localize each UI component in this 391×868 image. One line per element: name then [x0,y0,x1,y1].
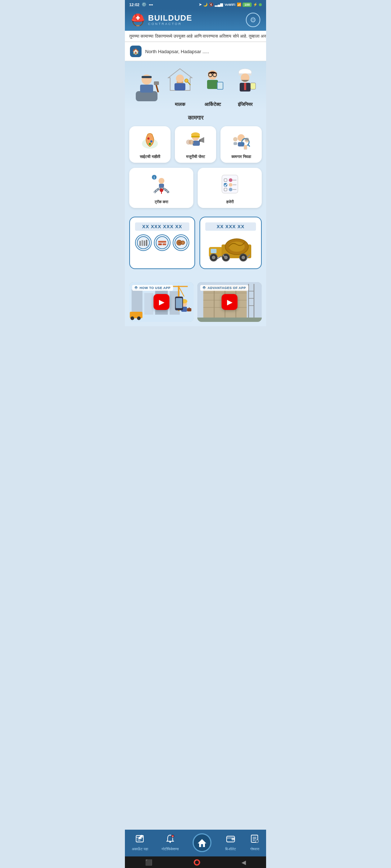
svg-point-75 [181,241,185,244]
characters-row: मालक आर्किटेक्ट [129,67,262,107]
helmet-decoration: ⛑️ [131,13,145,27]
track-icon: i [151,173,172,197]
svg-point-62 [137,237,150,249]
svg-rect-104 [187,308,192,311]
svg-point-8 [176,75,184,82]
svg-text:i: i [154,176,155,179]
status-time: 12:02 [129,3,139,7]
status-bar: 12:02 ⚙️ ••• ➤ 🌙 🔇 ▂▄▆ VoWiFi 📶 100 ⚡ [125,0,266,9]
svg-rect-23 [251,83,256,89]
svg-rect-121 [197,318,262,322]
svg-point-42 [233,137,237,141]
svg-rect-69 [158,243,162,245]
vowifi-icon: VoWiFi [224,3,235,7]
architect-avatar [198,67,227,99]
attendance-card[interactable]: हजेरी [198,168,262,208]
track-label: ट्रॅक करा [155,200,168,204]
svg-rect-22 [244,83,246,90]
svg-point-57 [229,183,232,187]
worker-grid-top: साईटची माहीती म [129,126,262,163]
wage-post-icon [186,131,205,152]
svg-rect-5 [154,81,159,85]
svg-rect-16 [207,80,218,89]
status-right: ➤ 🌙 🔇 ▂▄▆ VoWiFi 📶 100 ⚡ [199,3,262,7]
svg-point-60 [229,188,232,191]
site-info-card[interactable]: साईटची माहीती [129,126,171,163]
worker-section: कामगार साईटची माहीती [125,110,266,212]
wage-post-label: मजुरीची पोस्ट [186,154,205,159]
truck-illustration [205,234,256,263]
logo-area: ⛑️ BUILDUDE CONTRACTOR [131,13,192,27]
worker-avatar [131,71,162,107]
svg-rect-92 [144,293,154,315]
architect-label: आर्किटेक्ट [205,102,221,107]
svg-point-87 [241,256,245,259]
how-to-use-video[interactable]: ⛑ HOW TO USE APP ▶ [129,282,194,322]
track-card[interactable]: i ट्रॅक करा [129,168,193,208]
moon-icon: 🌙 [203,3,207,7]
app-header: ⛑️ BUILDUDE CONTRACTOR ⚙ [125,9,266,31]
news-ticker: तुमच्या कामाच्या ठिकाणामध्ये उपयुक्त आहे… [125,31,266,42]
svg-point-38 [237,134,245,141]
brick-icon [154,234,171,251]
advantages-video[interactable]: ⛑ ADVANTAGES OF APP ▶ [197,282,262,322]
advantages-label: ⛑ ADVANTAGES OF APP [200,285,248,291]
material-grid: XX XXX XXX XX [129,217,262,269]
worker-grid-bottom: i ट्रॅक करा [129,168,262,208]
svg-rect-64 [142,240,143,246]
svg-point-100 [137,316,141,320]
logo-text-block: BUILDUDE CONTRACTOR [148,14,192,26]
material-card-1[interactable]: XX XXX XXX XX [129,217,195,269]
app-logo-subtitle: CONTRACTOR [148,22,192,26]
video-section: ⛑ HOW TO USE APP ▶ [125,278,266,326]
svg-rect-17 [217,82,223,89]
advantages-play-button[interactable]: ▶ [222,294,237,310]
svg-rect-39 [238,142,244,146]
owner-label: मालक [175,102,185,107]
svg-point-99 [131,316,134,320]
worker-select-label: कामगार निवडा [231,154,251,159]
svg-rect-35 [199,140,201,142]
character-worker[interactable] [131,71,162,107]
svg-rect-91 [132,289,143,315]
material-icons-row [135,234,189,251]
svg-rect-1 [136,91,157,101]
svg-rect-66 [146,240,147,246]
location-text: North Hadapsar, Hadapsar ..... [145,49,209,54]
svg-rect-68 [158,241,166,243]
character-engineer[interactable]: इंजिनियर [231,67,260,107]
svg-rect-47 [159,184,164,187]
wage-post-card[interactable]: मजुरीची पोस्ट [175,126,216,163]
worker-select-card[interactable]: कामगार निवडा [220,126,262,163]
character-owner[interactable]: मालक [165,67,194,107]
svg-line-105 [189,307,190,308]
character-architect[interactable]: आर्किटेक्ट [198,67,227,107]
svg-rect-9 [175,83,185,90]
svg-point-46 [159,178,164,184]
material-card-1-title: XX XXX XXX XX [135,222,189,231]
battery-bolt-icon: ⚡ [253,3,257,7]
svg-point-54 [229,178,232,182]
svg-rect-2 [140,85,153,93]
settings-button[interactable]: ⚙ [246,13,260,27]
gear-icon: ⚙ [250,16,256,24]
green-dot [259,3,262,6]
attendance-label: हजेरी [226,200,234,204]
material-section: XX XXX XXX XX [125,212,266,278]
truck-card[interactable]: XX XXX XX [199,217,262,269]
svg-rect-63 [139,241,141,246]
svg-point-48 [160,188,163,192]
location-bar[interactable]: 🏠 North Hadapsar, Hadapsar ..... [125,42,266,61]
worker-section-title: कामगार [129,115,262,121]
app-logo-name: BUILDUDE [148,14,192,22]
engineer-avatar [231,67,260,99]
svg-rect-77 [211,249,216,253]
svg-rect-33 [193,141,200,146]
wood-icon [173,234,189,251]
engineer-label: इंजिनियर [238,102,253,107]
characters-section: मालक आर्किटेक्ट [125,61,266,110]
how-to-use-play-button[interactable]: ▶ [154,294,169,310]
svg-rect-3 [142,76,152,78]
attendance-icon [219,173,241,197]
svg-line-41 [248,145,250,146]
